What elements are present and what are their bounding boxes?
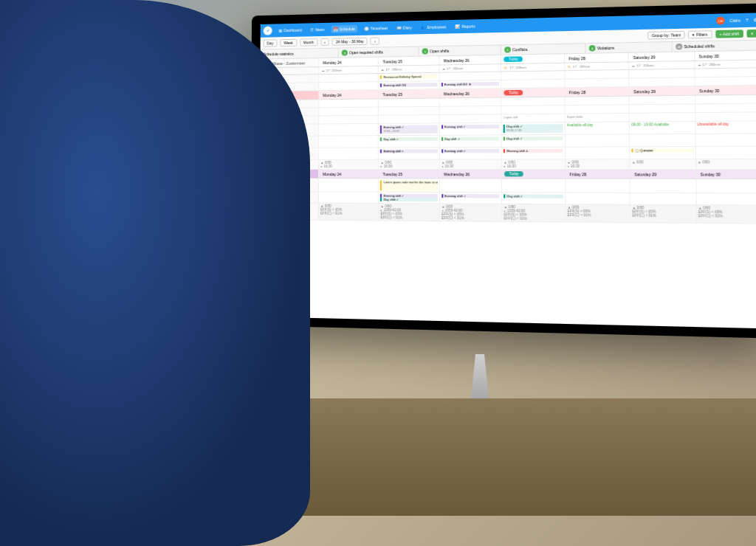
nav-reports[interactable]: 📊 Reports bbox=[453, 22, 478, 30]
nav-news[interactable]: ☰ News bbox=[309, 26, 327, 34]
weather-thu: ⛅ 17° 200mm bbox=[501, 63, 565, 72]
weather-mon: ☁ 17° 200mm bbox=[319, 66, 379, 74]
date-range[interactable]: 24 May - 30 May bbox=[332, 38, 368, 46]
day-mon[interactable]: Monday 24 bbox=[319, 58, 379, 66]
shift-e3-wed[interactable]: Evening shift ✓ bbox=[441, 148, 500, 152]
nav-timesheet[interactable]: 🕘 Timesheet bbox=[362, 24, 390, 32]
user-avatar[interactable]: CH bbox=[716, 17, 725, 25]
btot-3: ▲ 0/80⬥ 1059:42:60EFF(S) < 65%EFF(C) < 9… bbox=[440, 204, 502, 221]
btot-4: ▲ 0/80⬥ 1059:42:60EFF(S) < 65%EFF(C) < 9… bbox=[502, 204, 566, 221]
user-name[interactable]: Cairo bbox=[729, 18, 740, 23]
total-wed: ▲ 0/80⬥ 16:30 bbox=[440, 159, 502, 168]
nav-schedule[interactable]: 📅 Schedule bbox=[331, 25, 357, 33]
shift-e2-wed[interactable]: Day shift ✓ bbox=[441, 136, 500, 141]
dev-note[interactable]: Lorem ipsum note text for the team to re… bbox=[380, 180, 438, 191]
stat-conflicts[interactable]: 0Conflicts bbox=[501, 44, 585, 55]
foreground-person bbox=[0, 0, 310, 546]
add-shift-button[interactable]: + Add shift bbox=[715, 30, 743, 38]
req-shift-2[interactable]: Evening shift 0/4 ★ bbox=[441, 81, 500, 86]
btot-1: ▲ 0/80EFF(S) < 65%EFF(C) < 91% bbox=[319, 203, 379, 220]
stat-scheduled[interactable]: 49Scheduled shifts bbox=[673, 41, 756, 52]
totals-row: ▲ 0/80⬥ 16:30 ▲ 0/80⬥ 16:30 ▲ 0/80⬥ 16:3… bbox=[260, 159, 756, 170]
total-sun: ▲ 0/80 bbox=[696, 159, 756, 169]
next-week[interactable]: › bbox=[371, 37, 379, 44]
nav-employees[interactable]: 👥 Employees bbox=[419, 23, 448, 31]
day-tue[interactable]: Tuesday 25 bbox=[379, 56, 439, 66]
btot-7: ▲ 0/80EFF(S) < 65%EFF(C) < 91% bbox=[696, 205, 756, 223]
btot-2: ▲ 0/80⬥ 1059:42:60EFF(S) < 65%EFF(C) < 9… bbox=[379, 203, 440, 220]
weather-sat: ☁ 17° 200mm bbox=[629, 61, 695, 69]
dev-shift-2[interactable]: Evening shift ✓ bbox=[441, 193, 500, 197]
shift-e3-tue[interactable]: Evening shift ✓ bbox=[380, 149, 437, 153]
shift-e3-thu[interactable]: Morning shift ⚠ bbox=[504, 148, 563, 152]
view-month[interactable]: Month bbox=[300, 38, 317, 46]
day-wed[interactable]: Wednesday 26 bbox=[439, 55, 501, 65]
shift-e1-wed[interactable]: Evening shift ✓ bbox=[441, 124, 500, 128]
filters-button[interactable]: ▾ Filters bbox=[688, 30, 712, 38]
open-shift-1[interactable]: 1 open shift bbox=[504, 116, 518, 119]
app-logo[interactable]: ✓ bbox=[264, 27, 272, 35]
group-by[interactable]: Group by: Team bbox=[647, 31, 685, 40]
day-sun[interactable]: Sunday 30 bbox=[695, 51, 756, 61]
shift-e2-thu[interactable]: Day shift ✓ bbox=[504, 136, 563, 140]
total-thu: ▲ 0/80⬥ 16:30 bbox=[502, 159, 566, 169]
req-shift-1[interactable]: Evening shift 0/4 bbox=[380, 83, 437, 87]
shift-e3-sat[interactable]: 📋 Question bbox=[631, 148, 693, 153]
event-pill[interactable]: Restaurant Birthday Special bbox=[380, 74, 437, 78]
day-fri[interactable]: Friday 28 bbox=[565, 53, 629, 63]
view-week[interactable]: Week bbox=[280, 39, 297, 46]
shift-e1-tue[interactable]: Evening shift ✓17:00 - 23:00 bbox=[380, 125, 437, 134]
total-tue: ▲ 0/80⬥ 16:30 bbox=[379, 160, 440, 169]
bottom-totals: ▲ 0/80EFF(S) < 65%EFF(C) < 91% ▲ 0/80⬥ 1… bbox=[260, 203, 756, 224]
total-fri: ▲ 0/80⬥ 16:30 bbox=[566, 159, 630, 169]
dev-shift-1b[interactable]: Day shift ✓ bbox=[380, 198, 438, 201]
app-screen: ✓ ▦ Dashboard ☰ News 📅 Schedule 🕘 Timesh… bbox=[259, 13, 756, 328]
day-today[interactable]: Today bbox=[501, 54, 565, 63]
prev-week[interactable]: ‹ bbox=[320, 38, 329, 46]
stats-label: Schedule statistics bbox=[261, 49, 339, 59]
dev-header[interactable]: Development Monday 24 Tuesday 25 Wednesd… bbox=[260, 170, 756, 179]
unavail-sun: Unavailable all day bbox=[697, 122, 729, 127]
avail-fri: Available all day bbox=[567, 123, 594, 127]
stat-open-required[interactable]: 3Open required shifts bbox=[339, 47, 419, 58]
total-sat: ▲ 0/80 bbox=[630, 159, 695, 169]
weather-wed: ☁ 17° 200mm bbox=[439, 64, 501, 72]
dev-notes-row: Lorem ipsum note text for the team to re… bbox=[260, 179, 756, 193]
view-day[interactable]: Day bbox=[264, 39, 278, 46]
shift-e1-thu[interactable]: Day shift ✓09:30-17:30 bbox=[504, 124, 563, 133]
help-icon[interactable]: ? bbox=[746, 18, 749, 22]
stat-open-shifts[interactable]: 5Open shifts bbox=[419, 45, 501, 55]
add-shift-dropdown[interactable]: ▾ bbox=[746, 30, 756, 38]
monitor-frame: ✓ ▦ Dashboard ☰ News 📅 Schedule 🕘 Timesh… bbox=[250, 3, 756, 339]
nav-diary[interactable]: 📖 Diary bbox=[394, 24, 414, 32]
stat-violations[interactable]: 0Violations bbox=[585, 42, 673, 53]
btot-5: ▲ 0/80EFF(S) < 65%EFF(C) < 91% bbox=[566, 204, 630, 222]
open-shift-3[interactable]: 3 open shifts bbox=[567, 116, 583, 119]
weather-tue: ☁ 17° 200mm bbox=[379, 66, 439, 73]
total-mon: ▲ 0/80⬥ 16:30 bbox=[319, 160, 379, 169]
day-sat[interactable]: Saturday 29 bbox=[629, 52, 695, 61]
weather-sun: ☁ 17° 200mm bbox=[695, 61, 756, 69]
shift-e2-tue[interactable]: Day shift ✓ bbox=[380, 136, 437, 140]
nav-dashboard[interactable]: ▦ Dashboard bbox=[277, 27, 304, 35]
btot-6: ▲ 0/80EFF(S) < 65%EFF(C) < 91% bbox=[630, 204, 697, 222]
dev-shift-1[interactable]: Evening shift ✓ bbox=[380, 193, 438, 197]
gear-icon[interactable]: ⚙ bbox=[753, 18, 756, 23]
employee-row-3: Ariel Mccullough0 hrs Evening shift ✓ Ev… bbox=[260, 147, 756, 160]
weather-fri: ⛅ 17° 200mm bbox=[565, 62, 629, 70]
dev-shift-3[interactable]: Day shift ✓ bbox=[504, 194, 563, 198]
avail-sat: 09:00 - 19:00 Available bbox=[631, 122, 669, 127]
